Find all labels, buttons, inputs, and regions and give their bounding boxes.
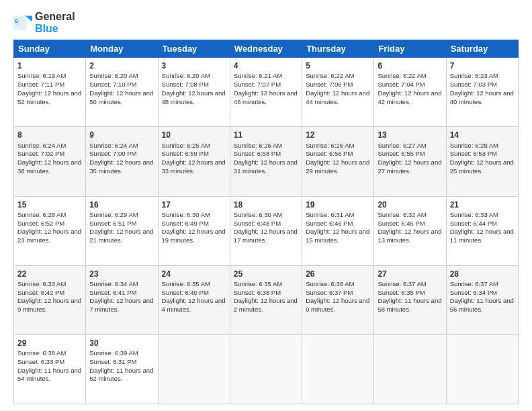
sunrise-text: Sunrise: 6:32 AM <box>378 211 426 218</box>
calendar-week-row: 22Sunrise: 6:33 AMSunset: 6:42 PMDayligh… <box>14 265 519 334</box>
calendar-week-row: 1Sunrise: 6:19 AMSunset: 7:11 PMDaylight… <box>14 58 519 127</box>
calendar-day-cell <box>230 334 302 404</box>
sunrise-text: Sunrise: 6:28 AM <box>450 142 498 149</box>
sunset-text: Sunset: 7:02 PM <box>17 150 64 157</box>
sunset-text: Sunset: 6:37 PM <box>306 289 353 296</box>
calendar-day-cell: 22Sunrise: 6:33 AMSunset: 6:42 PMDayligh… <box>14 265 86 334</box>
sunrise-text: Sunrise: 6:28 AM <box>17 211 66 218</box>
daylight-text: Daylight: 12 hours and 44 minutes. <box>306 89 369 105</box>
daylight-text: Daylight: 12 hours and 13 minutes. <box>378 228 441 244</box>
day-number: 30 <box>89 338 154 349</box>
day-number: 15 <box>17 199 82 210</box>
day-number: 11 <box>234 130 298 140</box>
sunset-text: Sunset: 6:55 PM <box>378 150 425 157</box>
sunrise-text: Sunrise: 6:31 AM <box>306 211 354 218</box>
sunset-text: Sunset: 6:41 PM <box>89 289 136 296</box>
sunrise-text: Sunrise: 6:19 AM <box>17 72 66 79</box>
day-number: 6 <box>378 60 442 71</box>
sunset-text: Sunset: 7:03 PM <box>450 81 497 88</box>
sunset-text: Sunset: 6:46 PM <box>306 220 353 227</box>
calendar-day-cell: 20Sunrise: 6:32 AMSunset: 6:45 PMDayligh… <box>374 196 446 265</box>
daylight-text: Daylight: 12 hours and 35 minutes. <box>89 158 153 175</box>
daylight-text: Daylight: 11 hours and 54 minutes. <box>17 367 81 383</box>
daylight-text: Daylight: 12 hours and 23 minutes. <box>17 228 81 244</box>
sunset-text: Sunset: 6:48 PM <box>234 220 281 227</box>
weekday-header: Thursday <box>302 40 374 58</box>
sunset-text: Sunset: 6:38 PM <box>234 289 281 296</box>
sunset-text: Sunset: 6:51 PM <box>89 220 136 227</box>
daylight-text: Daylight: 12 hours and 48 minutes. <box>162 89 226 105</box>
day-number: 12 <box>306 130 370 140</box>
day-number: 23 <box>89 269 154 279</box>
day-number: 9 <box>89 130 154 140</box>
calendar-day-cell: 24Sunrise: 6:35 AMSunset: 6:40 PMDayligh… <box>158 265 230 334</box>
daylight-text: Daylight: 12 hours and 52 minutes. <box>17 89 81 105</box>
day-number: 1 <box>17 60 82 71</box>
sunrise-text: Sunrise: 6:30 AM <box>234 211 282 218</box>
calendar-day-cell: 18Sunrise: 6:30 AMSunset: 6:48 PMDayligh… <box>230 196 302 265</box>
daylight-text: Daylight: 12 hours and 0 minutes. <box>306 297 369 313</box>
daylight-text: Daylight: 12 hours and 7 minutes. <box>89 297 153 313</box>
sunrise-text: Sunrise: 6:24 AM <box>89 142 138 149</box>
sunrise-text: Sunrise: 6:37 AM <box>450 280 498 287</box>
logo-text: General Blue <box>35 11 75 34</box>
sunset-text: Sunset: 6:58 PM <box>234 150 281 157</box>
logo-icon: G <box>13 13 32 32</box>
day-number: 3 <box>162 60 226 71</box>
weekday-header: Friday <box>374 40 446 58</box>
daylight-text: Daylight: 12 hours and 17 minutes. <box>234 228 298 244</box>
day-number: 22 <box>17 269 82 279</box>
calendar-week-row: 29Sunrise: 6:38 AMSunset: 6:33 PMDayligh… <box>14 334 519 404</box>
calendar-day-cell: 8Sunrise: 6:24 AMSunset: 7:02 PMDaylight… <box>14 127 86 196</box>
day-number: 14 <box>450 130 515 140</box>
sunrise-text: Sunrise: 6:29 AM <box>89 211 138 218</box>
calendar-day-cell: 21Sunrise: 6:33 AMSunset: 6:44 PMDayligh… <box>446 196 518 265</box>
calendar-week-row: 15Sunrise: 6:28 AMSunset: 6:52 PMDayligh… <box>14 196 519 265</box>
calendar-day-cell <box>302 334 374 404</box>
sunrise-text: Sunrise: 6:39 AM <box>89 349 138 357</box>
sunrise-text: Sunrise: 6:33 AM <box>450 211 498 218</box>
daylight-text: Daylight: 12 hours and 4 minutes. <box>162 297 226 313</box>
daylight-text: Daylight: 12 hours and 38 minutes. <box>17 158 81 175</box>
sunrise-text: Sunrise: 6:27 AM <box>378 142 426 149</box>
daylight-text: Daylight: 12 hours and 19 minutes. <box>162 228 226 244</box>
calendar-day-cell <box>446 334 518 404</box>
day-number: 10 <box>162 130 226 140</box>
weekday-header: Saturday <box>446 40 518 58</box>
daylight-text: Daylight: 11 hours and 52 minutes. <box>89 367 153 383</box>
day-number: 27 <box>378 269 442 279</box>
daylight-text: Daylight: 12 hours and 29 minutes. <box>306 158 369 175</box>
calendar-day-cell: 13Sunrise: 6:27 AMSunset: 6:55 PMDayligh… <box>374 127 446 196</box>
calendar-day-cell: 17Sunrise: 6:30 AMSunset: 6:49 PMDayligh… <box>158 196 230 265</box>
sunset-text: Sunset: 7:11 PM <box>17 81 64 88</box>
svg-text:G: G <box>15 19 19 24</box>
daylight-text: Daylight: 12 hours and 40 minutes. <box>450 89 514 105</box>
daylight-text: Daylight: 12 hours and 15 minutes. <box>306 228 369 244</box>
day-number: 13 <box>378 130 442 140</box>
calendar-day-cell <box>158 334 230 404</box>
day-number: 16 <box>89 199 154 210</box>
daylight-text: Daylight: 12 hours and 9 minutes. <box>17 297 81 313</box>
calendar-day-cell: 30Sunrise: 6:39 AMSunset: 6:31 PMDayligh… <box>86 334 158 404</box>
day-number: 24 <box>162 269 226 279</box>
daylight-text: Daylight: 12 hours and 25 minutes. <box>450 158 514 175</box>
day-number: 21 <box>450 199 515 210</box>
sunrise-text: Sunrise: 6:21 AM <box>234 72 282 79</box>
calendar-day-cell: 25Sunrise: 6:35 AMSunset: 6:38 PMDayligh… <box>230 265 302 334</box>
sunset-text: Sunset: 6:35 PM <box>378 289 425 296</box>
day-number: 2 <box>89 60 154 71</box>
calendar-day-cell: 1Sunrise: 6:19 AMSunset: 7:11 PMDaylight… <box>14 58 86 127</box>
daylight-text: Daylight: 12 hours and 31 minutes. <box>234 158 298 175</box>
sunrise-text: Sunrise: 6:37 AM <box>378 280 426 287</box>
sunset-text: Sunset: 6:45 PM <box>378 220 425 227</box>
sunrise-text: Sunrise: 6:30 AM <box>162 211 210 218</box>
day-number: 7 <box>450 60 515 71</box>
calendar-day-cell: 16Sunrise: 6:29 AMSunset: 6:51 PMDayligh… <box>86 196 158 265</box>
daylight-text: Daylight: 12 hours and 2 minutes. <box>234 297 298 313</box>
day-number: 18 <box>234 199 298 210</box>
sunset-text: Sunset: 6:53 PM <box>450 150 497 157</box>
calendar-day-cell: 28Sunrise: 6:37 AMSunset: 6:34 PMDayligh… <box>446 265 518 334</box>
header: G General Blue <box>13 11 519 34</box>
sunset-text: Sunset: 6:31 PM <box>89 358 136 365</box>
day-number: 8 <box>17 130 82 140</box>
